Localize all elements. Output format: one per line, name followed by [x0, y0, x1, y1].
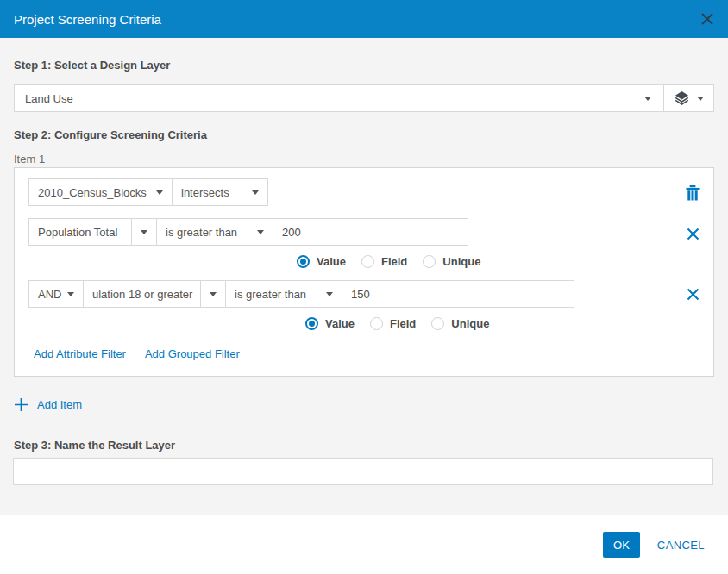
field-value: ulation 18 or greater [84, 288, 200, 301]
filter-value-input[interactable] [342, 280, 574, 308]
radio-value-label: Value [325, 317, 355, 330]
chevron-down-icon [644, 97, 651, 101]
delete-item-button[interactable] [686, 185, 700, 201]
radio-value[interactable] [297, 255, 310, 268]
dialog-title: Project Screening Criteria [14, 12, 161, 27]
operator-select-caret-button[interactable] [317, 281, 342, 307]
project-screening-criteria-dialog: Project Screening Criteria Step 1: Selec… [0, 0, 728, 574]
close-button[interactable] [700, 12, 714, 26]
field-value: Population Total [29, 226, 131, 239]
ok-button[interactable]: OK [603, 532, 640, 558]
chevron-down-icon [697, 97, 704, 101]
field-select-caret-button[interactable] [200, 281, 225, 307]
radio-unique[interactable] [431, 317, 444, 330]
join-operator-value: AND [29, 288, 66, 301]
radio-unique-label: Unique [442, 255, 480, 268]
step3-label: Step 3: Name the Result Layer [14, 439, 714, 452]
design-layer-select[interactable]: Land Use [14, 84, 714, 112]
chevron-down-icon [67, 292, 74, 296]
filter-value-input[interactable] [273, 218, 468, 246]
radio-field-label: Field [390, 317, 416, 330]
step2-label: Step 2: Configure Screening Criteria [14, 128, 714, 141]
plus-icon [14, 397, 28, 412]
operator-select-caret-button[interactable] [248, 219, 273, 245]
attribute-filter-row: AND ulation 18 or greater is greater tha… [28, 280, 703, 308]
spatial-operator-value: intersects [173, 186, 238, 199]
criteria-layer-value: 2010_Census_Blocks [29, 186, 154, 199]
close-icon [687, 288, 700, 301]
radio-value[interactable] [305, 317, 318, 330]
value-type-radio-group: Value Field Unique [297, 254, 703, 268]
operator-value: is greater than [157, 226, 248, 239]
radio-unique-label: Unique [451, 317, 489, 330]
attribute-filter-row: Population Total is greater than [28, 218, 703, 246]
add-grouped-filter-link[interactable]: Add Grouped Filter [145, 347, 240, 360]
radio-unique[interactable] [423, 255, 436, 268]
layer-options-button[interactable] [663, 85, 713, 111]
item-card: 2010_Census_Blocks intersects Population… [14, 167, 714, 377]
trash-icon [686, 185, 700, 201]
layers-icon [675, 91, 689, 105]
remove-filter-button[interactable] [687, 228, 700, 240]
operator-select[interactable]: is greater than [225, 280, 342, 308]
remove-filter-button[interactable] [687, 288, 700, 301]
dialog-footer: OK CANCEL [0, 515, 728, 574]
radio-value-label: Value [317, 255, 346, 268]
chevron-down-icon [156, 190, 163, 195]
add-attribute-filter-link[interactable]: Add Attribute Filter [34, 347, 126, 360]
chevron-down-icon [252, 190, 259, 195]
dialog-header: Project Screening Criteria [0, 0, 728, 38]
radio-field[interactable] [370, 317, 383, 330]
operator-value: is greater than [226, 288, 317, 301]
spatial-filter-row: 2010_Census_Blocks intersects [28, 178, 703, 206]
chevron-down-icon [326, 292, 333, 296]
chevron-down-icon [141, 230, 147, 234]
radio-field-label: Field [381, 255, 407, 268]
value-type-radio-group: Value Field Unique [305, 316, 703, 330]
field-select[interactable]: ulation 18 or greater [83, 280, 226, 308]
field-select-caret-button[interactable] [131, 219, 156, 245]
filter-links-row: Add Attribute Filter Add Grouped Filter [34, 347, 703, 360]
join-operator-select[interactable]: AND [28, 280, 84, 308]
add-item-button[interactable]: Add Item [14, 396, 714, 413]
add-item-label: Add Item [37, 398, 82, 411]
chevron-down-icon [210, 292, 217, 296]
dialog-body: Step 1: Select a Design Layer Land Use S… [0, 59, 728, 485]
radio-field[interactable] [361, 255, 374, 268]
chevron-down-icon [257, 230, 264, 234]
criteria-layer-select[interactable]: 2010_Census_Blocks [28, 178, 173, 206]
close-icon [700, 12, 714, 26]
item-label: Item 1 [14, 153, 714, 165]
spatial-operator-select[interactable]: intersects [172, 178, 268, 206]
step1-label: Step 1: Select a Design Layer [14, 59, 714, 72]
result-layer-name-input[interactable] [13, 458, 713, 485]
design-layer-value: Land Use [15, 92, 644, 105]
operator-select[interactable]: is greater than [156, 218, 273, 246]
close-icon [687, 228, 700, 240]
cancel-button[interactable]: CANCEL [657, 539, 705, 552]
field-select[interactable]: Population Total [28, 218, 157, 246]
